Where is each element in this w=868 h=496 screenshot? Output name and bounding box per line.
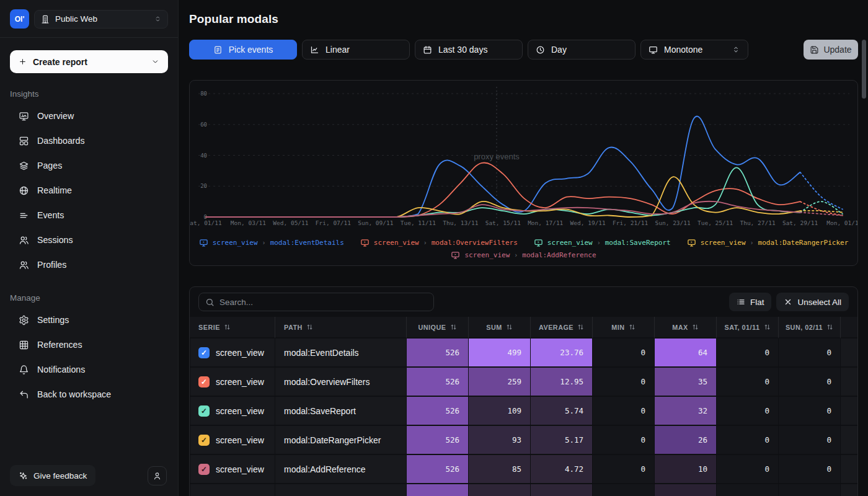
column-header-path[interactable]: PATH [275,317,406,339]
sidebar-item-profiles[interactable]: Profiles [0,252,178,277]
legend-item-modal-daterangerpicker[interactable]: screen_view›modal:DateRangerPicker [687,238,849,247]
table-cell-unique: 526 [406,368,468,397]
pick-events-button[interactable]: Pick events [189,40,297,60]
column-header-label: SERIE [198,324,220,331]
column-header-unique[interactable]: UNIQUE [406,317,468,339]
table-cell-max: 35 [654,368,716,397]
search-icon [205,298,215,307]
table-cell-sum: 93 [468,426,530,455]
page-title: Popular modals [189,12,858,26]
legend-item-modal-addreference[interactable]: screen_view›modal:AddReference [451,250,596,260]
button-label: Last 30 days [438,45,487,55]
row-checkbox[interactable]: ✓ [198,464,210,475]
row-checkbox[interactable]: ✓ [198,435,210,446]
legend-item-modal-overviewfilters[interactable]: screen_view›modal:OverviewFilters [360,238,518,247]
sidebar-item-back-to-workspace[interactable]: Back to workspace [0,382,178,407]
workspace-selector[interactable]: Public Web [34,10,168,29]
table-cell-min: 0 [592,426,654,455]
sidebar-item-dashboards[interactable]: Dashboards [0,128,178,153]
give-feedback-button[interactable]: Give feedback [10,465,95,486]
button-label: Linear [326,45,350,55]
last-30-days-button[interactable]: Last 30 days [415,40,523,60]
day-button[interactable]: Day [528,40,636,60]
sidebar-item-notifications[interactable]: Notifications [0,357,178,382]
app-logo[interactable]: OI' [10,9,29,29]
row-checkbox[interactable]: ✓ [198,347,210,358]
table-cell-sat: 0 [716,455,778,484]
page-scrollbar[interactable] [862,40,866,99]
calendar-icon [423,45,432,55]
table-cell-max: 10 [654,455,716,484]
flat-toggle-button[interactable]: Flat [729,293,772,311]
line-chart[interactable]: 020406080at, 01/11Mon, 03/11Wed, 05/11Fr… [190,81,858,228]
legend-path-name: modal:DateRangerPicker [758,239,849,247]
sidebar-item-label: Back to workspace [37,389,111,399]
sidebar-item-settings[interactable]: Settings [0,308,178,332]
column-header-sat[interactable]: SAT, 01/11 [716,317,778,339]
svg-text:Mon, 03/11: Mon, 03/11 [231,219,266,226]
building-icon [40,14,50,24]
serie-name: screen_view [216,348,264,358]
column-header-sum[interactable]: SUM [468,317,530,339]
monotone-button[interactable]: Monotone [640,40,748,60]
table-cell-sum: 499 [468,339,530,368]
column-header-max[interactable]: MAX [654,317,716,339]
unselect-all-button[interactable]: Unselect All [776,293,849,311]
monitor-icon [649,45,658,55]
table-cell-sun: 0 [778,339,840,368]
column-header-average[interactable]: AVERAGE [530,317,592,339]
legend-separator: › [750,239,754,246]
report-toolbar: Pick eventsLinearLast 30 daysDayMonotone [189,40,748,60]
search-input[interactable] [219,298,427,307]
overview-icon [19,111,29,122]
sidebar-item-label: Notifications [37,365,85,374]
table-cell-sat: 0 [716,368,778,397]
legend-item-modal-savereport[interactable]: screen_view›modal:SaveReport [534,238,671,247]
sidebar-item-pages[interactable]: Pages [0,153,178,178]
column-header-serie[interactable]: SERIE [190,317,275,339]
legend-separator: › [423,239,427,246]
events-table: SERIEPATHUNIQUESUMAVERAGEMINMAXSAT, 01/1… [190,317,857,496]
screen-event-icon [451,250,460,260]
chart-legend: screen_view›modal:EventDetailsscreen_vie… [190,238,857,260]
sidebar-item-realtime[interactable]: Realtime [0,178,178,203]
table-cell-filler [840,455,857,484]
pick-events-icon [213,45,223,55]
svg-text:20: 20 [200,183,207,189]
sidebar-item-references[interactable]: References [0,332,178,357]
legend-path-name: modal:SaveReport [605,239,671,247]
chevron-down-icon [151,58,159,66]
column-header-sun[interactable]: SUN, 02/11 [778,317,840,339]
update-button[interactable]: Update [804,40,858,60]
svg-text:at, 01/11: at, 01/11 [190,219,222,226]
serie-name: screen_view [216,435,264,445]
sidebar-item-sessions[interactable]: Sessions [0,228,178,252]
screen-event-icon [687,238,696,247]
create-report-button[interactable]: Create report [10,50,168,73]
sort-arrows-icon [826,324,833,330]
row-checkbox[interactable]: ✓ [198,376,210,388]
sidebar-nav: InsightsOverviewDashboardsPagesRealtimeE… [0,73,178,407]
table-cell-sun [778,484,840,496]
svg-text:Sat, 15/11: Sat, 15/11 [485,219,521,226]
table-cell-average: 23.76 [530,339,592,368]
sidebar-item-events[interactable]: Events [0,203,178,228]
legend-event-name: screen_view [701,239,746,247]
svg-text:Sun, 09/11: Sun, 09/11 [358,219,393,226]
table-cell-filler [840,397,857,426]
table-cell-sat: 0 [716,426,778,455]
save-icon [810,45,819,55]
column-header-min[interactable]: MIN [592,317,654,339]
sort-arrows-icon [577,324,584,330]
search-input-wrapper [198,293,434,311]
svg-text:proxy events: proxy events [474,152,520,161]
profile-button[interactable] [148,466,167,485]
column-header-label: UNIQUE [418,324,446,331]
sidebar-item-overview[interactable]: Overview [0,104,178,128]
main-content: Popular modals Pick eventsLinearLast 30 … [179,0,868,496]
row-checkbox[interactable]: ✓ [198,405,210,417]
linear-button[interactable]: Linear [302,40,410,60]
legend-item-modal-eventdetails[interactable]: screen_view›modal:EventDetails [199,238,344,247]
table-cell-min: 0 [592,397,654,426]
table-cell-unique: 526 [406,397,468,426]
